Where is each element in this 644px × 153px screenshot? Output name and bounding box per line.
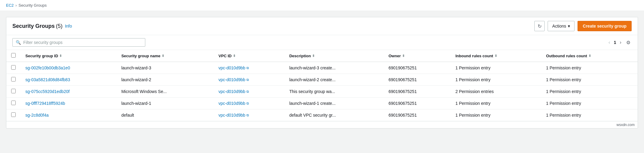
sort-icon-sg-id: ⬍ [59, 54, 62, 58]
table-row: sg-2c8d0f4a default vpc-d010d9bb ⧉ defau… [6, 109, 638, 121]
row-checkbox-cell [6, 98, 21, 109]
vpc-id-value: vpc-d010d9bb [218, 65, 245, 70]
select-all-checkbox[interactable] [11, 53, 16, 58]
table-row: sg-002fe10b00db3a1e0 launch-wizard-3 vpc… [6, 62, 638, 74]
sg-name-value: launch-wizard-1 [121, 101, 151, 106]
owner-value: 690190675251 [388, 65, 417, 70]
search-box[interactable]: 🔍 [12, 38, 145, 47]
vpc-id-link[interactable]: vpc-d010d9bb ⧉ [218, 89, 279, 94]
sg-id-link[interactable]: sg-002fe10b00db3a1e0 [25, 65, 70, 70]
sg-id-link[interactable]: sg-0fff729418ff5924b [25, 101, 65, 106]
bottom-bar: wsxdn.com [6, 121, 638, 128]
sg-name-cell: launch-wizard-1 [117, 98, 214, 109]
sort-icon-sg-name: ⬍ [162, 54, 164, 58]
outbound-cell: 1 Permission entry [541, 109, 638, 121]
owner-value: 690190675251 [388, 101, 417, 106]
outbound-value: 1 Permission entry [546, 113, 581, 118]
sg-id-link[interactable]: sg-075cc5920d1edb20f [25, 89, 69, 94]
inbound-cell: 1 Permission entry [451, 109, 541, 121]
settings-button[interactable]: ⚙ [625, 38, 632, 47]
col-header-vpc-id: VPC ID ⬍ [214, 50, 284, 62]
row-checkbox-cell [6, 86, 21, 98]
security-groups-table: Security group ID ⬍ Security group name … [6, 50, 638, 121]
info-link[interactable]: Info [65, 24, 72, 28]
next-page-button[interactable]: › [618, 39, 623, 46]
external-link-icon: ⧉ [246, 78, 249, 82]
sort-icon-outbound: ⬍ [588, 54, 591, 58]
inbound-cell: 2 Permission entries [451, 86, 541, 98]
actions-label: Actions [552, 24, 566, 28]
description-cell: This security group wa... [285, 86, 384, 98]
table-row: sg-03a5821d08d84fb83 launch-wizard-2 vpc… [6, 74, 638, 86]
row-checkbox-cell [6, 109, 21, 121]
vpc-id-cell: vpc-d010d9bb ⧉ [214, 86, 284, 98]
refresh-icon: ↻ [538, 23, 542, 29]
vpc-id-cell: vpc-d010d9bb ⧉ [214, 98, 284, 109]
sg-id-link[interactable]: sg-03a5821d08d84fb83 [25, 77, 70, 82]
search-input[interactable] [23, 40, 142, 45]
row-checkbox[interactable] [11, 77, 16, 81]
outbound-cell: 1 Permission entry [541, 62, 638, 74]
sg-name-cell: launch-wizard-2 [117, 74, 214, 86]
outbound-cell: 1 Permission entry [541, 74, 638, 86]
owner-cell: 690190675251 [384, 98, 450, 109]
row-checkbox[interactable] [11, 112, 16, 117]
breadcrumb-current: Security Groups [18, 3, 47, 8]
owner-cell: 690190675251 [384, 74, 450, 86]
outbound-cell: 1 Permission entry [541, 86, 638, 98]
table-toolbar: 🔍 ‹ 1 › ⚙ [6, 35, 638, 50]
sg-id-cell: sg-03a5821d08d84fb83 [21, 74, 117, 86]
external-link-icon: ⧉ [246, 113, 249, 117]
description-cell: launch-wizard-2 create... [285, 74, 384, 86]
prev-page-button[interactable]: ‹ [607, 39, 612, 46]
description-cell: launch-wizard-3 create... [285, 62, 384, 74]
inbound-value: 2 Permission entries [456, 89, 494, 94]
table-row: sg-0fff729418ff5924b launch-wizard-1 vpc… [6, 98, 638, 109]
owner-cell: 690190675251 [384, 109, 450, 121]
vpc-id-link[interactable]: vpc-d010d9bb ⧉ [218, 101, 279, 106]
vpc-id-link[interactable]: vpc-d010d9bb ⧉ [218, 113, 279, 118]
outbound-value: 1 Permission entry [546, 65, 581, 70]
brand-watermark: wsxdn.com [617, 123, 635, 127]
sg-name-cell: Microsoft Windows Se... [117, 86, 214, 98]
col-header-owner: Owner ⬍ [384, 50, 450, 62]
create-security-group-button[interactable]: Create security group [578, 21, 632, 31]
vpc-id-cell: vpc-d010d9bb ⧉ [214, 62, 284, 74]
sg-name-cell: default [117, 109, 214, 121]
actions-button[interactable]: Actions ▾ [548, 21, 575, 31]
row-checkbox-cell [6, 62, 21, 74]
refresh-button[interactable]: ↻ [534, 21, 545, 31]
row-checkbox[interactable] [11, 101, 16, 105]
col-header-sg-id: Security group ID ⬍ [21, 50, 117, 62]
sort-icon-inbound: ⬍ [494, 54, 497, 58]
sg-id-link[interactable]: sg-2c8d0f4a [25, 113, 49, 118]
owner-value: 690190675251 [388, 113, 417, 118]
description-value: default VPC security gr... [289, 113, 336, 118]
breadcrumb-separator: › [15, 3, 17, 8]
breadcrumb-ec2[interactable]: EC2 [6, 3, 14, 8]
chevron-down-icon: ▾ [568, 24, 570, 28]
description-value: This security group wa... [289, 89, 335, 94]
col-header-outbound: Outbound rules count ⬍ [541, 50, 638, 62]
vpc-id-link[interactable]: vpc-d010d9bb ⧉ [218, 65, 279, 70]
col-header-sg-name: Security group name ⬍ [117, 50, 214, 62]
row-checkbox[interactable] [11, 65, 16, 70]
inbound-value: 1 Permission entry [456, 65, 491, 70]
description-cell: default VPC security gr... [285, 109, 384, 121]
col-header-inbound: Inbound rules count ⬍ [451, 50, 541, 62]
row-checkbox[interactable] [11, 89, 16, 93]
sg-id-cell: sg-002fe10b00db3a1e0 [21, 62, 117, 74]
description-value: launch-wizard-2 create... [289, 77, 336, 82]
col-header-description: Description ⬍ [285, 50, 384, 62]
sg-id-cell: sg-0fff729418ff5924b [21, 98, 117, 109]
description-cell: launch-wizard-1 create... [285, 98, 384, 109]
table-header-row: Security group ID ⬍ Security group name … [6, 50, 638, 62]
owner-value: 690190675251 [388, 77, 417, 82]
sg-name-value: launch-wizard-3 [121, 65, 151, 70]
inbound-value: 1 Permission entry [456, 113, 491, 118]
vpc-id-link[interactable]: vpc-d010d9bb ⧉ [218, 77, 279, 82]
outbound-cell: 1 Permission entry [541, 98, 638, 109]
outbound-value: 1 Permission entry [546, 89, 581, 94]
vpc-id-value: vpc-d010d9bb [218, 77, 245, 82]
breadcrumb: EC2 › Security Groups [0, 0, 644, 11]
